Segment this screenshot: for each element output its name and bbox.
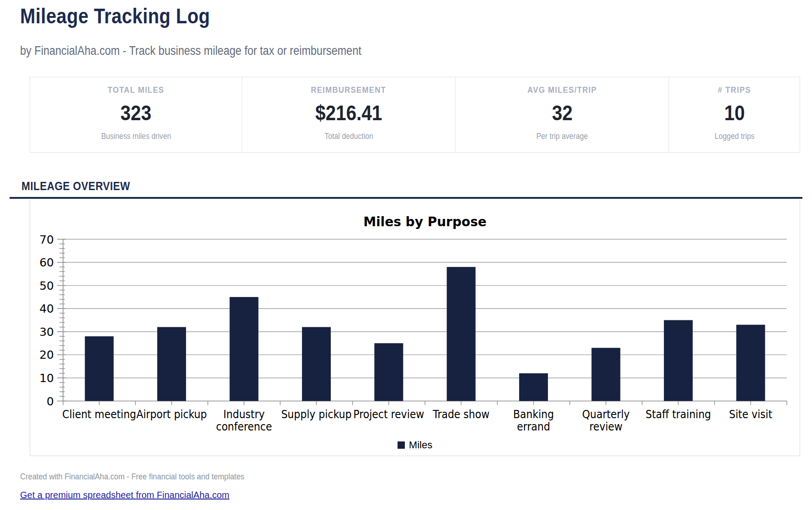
stat-caption: Logged trips xyxy=(715,132,754,141)
page-title-text: Mileage Tracking Log xyxy=(20,4,210,28)
mileage-chart-panel: 010203040506070Client meetingAirport pic… xyxy=(30,199,800,456)
mileage-tracking-page: Mileage Tracking Log by FinancialAha.com… xyxy=(0,0,812,510)
stat-caption: Business miles driven xyxy=(101,132,171,141)
stat-value: 323 xyxy=(121,101,152,125)
stat-value: $216.41 xyxy=(315,101,382,125)
y-tick-label: 0 xyxy=(47,395,54,408)
section-rule xyxy=(10,197,802,199)
chart-title: Miles by Purpose xyxy=(363,214,487,229)
section-heading: MILEAGE OVERVIEW xyxy=(21,179,146,193)
bar-site-visit xyxy=(736,325,765,401)
y-tick-label: 10 xyxy=(39,372,54,385)
x-category-label: Project review xyxy=(353,408,424,421)
stat-label: TOTAL MILES xyxy=(108,85,165,95)
stat-card-total-miles: TOTAL MILES 323 Business miles driven xyxy=(30,77,242,152)
y-tick-label: 70 xyxy=(39,233,54,246)
bar-staff-training xyxy=(664,320,693,401)
legend-swatch-miles xyxy=(398,441,405,449)
stat-caption: Per trip average xyxy=(536,132,588,141)
page-title: Mileage Tracking Log xyxy=(20,4,239,28)
bar-airport-pickup xyxy=(157,327,186,401)
stat-card-reimbursement: REIMBURSEMENT $216.41 Total deduction xyxy=(242,77,455,152)
premium-spreadsheet-link[interactable]: Get a premium spreadsheet from Financial… xyxy=(20,490,229,500)
stat-label: # TRIPS xyxy=(718,85,751,95)
page-subtitle-text: by FinancialAha.com - Track business mil… xyxy=(20,44,361,58)
y-tick-label: 60 xyxy=(39,256,54,269)
x-category-label: Quarterlyreview xyxy=(582,408,630,434)
x-labels: Client meetingAirport pickupIndustryconf… xyxy=(62,408,772,434)
stat-label: REIMBURSEMENT xyxy=(311,85,387,95)
x-category-label: Client meeting xyxy=(62,408,136,421)
stat-card-avg-miles-trip: AVG MILES/TRIP 32 Per trip average xyxy=(455,77,669,152)
chart-legend: Miles xyxy=(30,439,800,451)
stat-value: 10 xyxy=(724,101,745,125)
x-category-label: Airport pickup xyxy=(136,408,207,421)
x-category-label: Site visit xyxy=(729,408,773,421)
x-category-label: Supply pickup xyxy=(281,408,351,421)
bar-trade-show xyxy=(447,267,476,401)
bar-project-review xyxy=(374,343,403,401)
y-tick-label: 50 xyxy=(39,279,54,292)
section-heading-text: MILEAGE OVERVIEW xyxy=(21,179,130,193)
miles-by-purpose-chart: 010203040506070Client meetingAirport pic… xyxy=(30,199,800,456)
y-tick-label: 20 xyxy=(39,348,54,361)
x-category-label: Industryconference xyxy=(216,408,272,434)
y-tick-label: 30 xyxy=(39,325,54,339)
footer-credit: Created with FinancialAha.com - Free fin… xyxy=(20,472,278,482)
bar-industry-conference xyxy=(230,297,259,401)
stats-strip: TOTAL MILES 323 Business miles driven RE… xyxy=(30,77,800,153)
x-category-label: Staff training xyxy=(646,408,711,421)
bar-banking-errand xyxy=(519,373,548,401)
bar-supply-pickup xyxy=(302,327,331,401)
y-tick-label: 40 xyxy=(39,302,54,315)
stat-caption: Total deduction xyxy=(324,132,373,141)
page-subtitle: by FinancialAha.com - Track business mil… xyxy=(20,44,412,58)
bar-client-meeting xyxy=(85,336,114,401)
bar-quarterly-review xyxy=(592,348,621,401)
x-category-label: Bankingerrand xyxy=(513,408,554,434)
legend-label: Miles xyxy=(409,439,432,451)
stat-value: 32 xyxy=(552,101,573,125)
stat-label: AVG MILES/TRIP xyxy=(527,85,597,95)
x-category-label: Trade show xyxy=(432,408,489,421)
footer-credit-text: Created with FinancialAha.com - Free fin… xyxy=(20,472,244,482)
stat-card-num-trips: # TRIPS 10 Logged trips xyxy=(669,77,800,152)
